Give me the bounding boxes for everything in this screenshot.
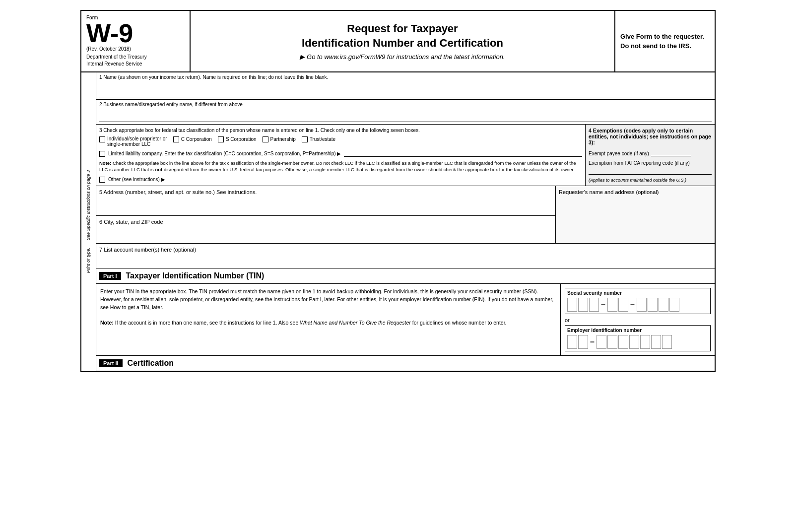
row6: 6 City, state, and ZIP code	[96, 216, 555, 243]
checkboxes-row: Individual/sole proprietor orsingle-memb…	[99, 136, 582, 147]
row1-input[interactable]	[99, 85, 712, 97]
part1-header: Part I Taxpayer Identification Number (T…	[96, 268, 715, 284]
ssn-digit-2[interactable]	[578, 298, 588, 312]
side-instructions: Print or type. See Specific Instructions…	[86, 170, 91, 273]
llc-input[interactable]	[344, 150, 582, 157]
row3-title: 3 Check appropriate box for federal tax …	[99, 128, 582, 133]
or-text: or	[565, 317, 711, 323]
ein-fields: –	[567, 335, 708, 349]
main-title: Request for TaxpayerIdentification Numbe…	[302, 22, 503, 50]
ein-digit-5[interactable]	[618, 335, 628, 349]
checkbox-individual[interactable]: Individual/sole proprietor orsingle-memb…	[99, 136, 167, 147]
part1-content: Enter your TIN in the appropriate box. T…	[96, 284, 715, 356]
row1: 1 Name (as shown on your income tax retu…	[96, 72, 715, 100]
row7-label: 7 List account number(s) here (optional)	[99, 247, 712, 253]
row4-title: 4 Exemptions (codes apply only to certai…	[589, 128, 712, 145]
ssn-seg1	[567, 298, 599, 312]
ssn-digit-6[interactable]	[637, 298, 647, 312]
ein-label: Employer identification number	[567, 328, 708, 333]
row5-label: 5 Address (number, street, and apt. or s…	[99, 189, 552, 195]
ssn-dash-1: –	[601, 300, 605, 309]
ein-box: Employer identification number –	[565, 325, 711, 351]
side-text-container: Print or type. See Specific Instructions…	[81, 72, 96, 371]
ein-seg1	[567, 335, 588, 349]
ein-digit-9[interactable]	[662, 335, 672, 349]
part1-text: Enter your TIN in the appropriate box. T…	[100, 288, 556, 311]
llc-row: Limited liability company. Enter the tax…	[99, 150, 582, 157]
part2-badge: Part II	[99, 359, 123, 367]
note-text: Note: Check the appropriate box in the l…	[99, 160, 582, 173]
form-container: Form W-9 (Rev. October 2018) Department …	[80, 10, 716, 372]
row7: 7 List account number(s) here (optional)	[96, 244, 715, 268]
ssn-digit-5[interactable]	[618, 298, 628, 312]
part1-note: Note: If the account is in more than one…	[100, 319, 556, 327]
checkbox-llc-box[interactable]	[99, 151, 105, 157]
ssn-digit-3[interactable]	[589, 298, 599, 312]
part2-title: Certification	[128, 359, 174, 368]
ein-digit-1[interactable]	[567, 335, 577, 349]
ein-digit-8[interactable]	[651, 335, 661, 349]
part2-header: Part II Certification	[96, 356, 715, 371]
ssn-dash-2: –	[630, 300, 635, 309]
checkbox-s-corp-label: S Corporation	[226, 136, 257, 142]
ein-digit-4[interactable]	[607, 335, 617, 349]
llc-label: Limited liability company. Enter the tax…	[108, 151, 341, 156]
ssn-digit-7[interactable]	[648, 298, 658, 312]
checkbox-trust-label: Trust/estate	[310, 136, 335, 142]
row2: 2 Business name/disregarded entity name,…	[96, 100, 715, 125]
header-center: Request for TaxpayerIdentification Numbe…	[191, 11, 615, 71]
main-content: 1 Name (as shown on your income tax retu…	[96, 72, 715, 371]
checkbox-partnership-label: Partnership	[270, 136, 296, 142]
ein-digit-7[interactable]	[640, 335, 650, 349]
checkbox-c-corp[interactable]: C Corporation	[173, 136, 212, 142]
checkbox-partnership[interactable]: Partnership	[263, 136, 296, 142]
form-number: W-9	[86, 20, 185, 46]
ssn-fields: – –	[567, 298, 708, 312]
fatca-row: Exemption from FATCA reporting code (if …	[589, 160, 712, 175]
exempt-payee-row: Exempt payee code (if any)	[589, 149, 712, 156]
ein-dash: –	[590, 337, 595, 346]
form-header: Form W-9 (Rev. October 2018) Department …	[81, 11, 715, 72]
requester-label: Requester's name and address (optional)	[559, 189, 712, 195]
checkbox-partnership-box[interactable]	[263, 136, 268, 142]
header-left: Form W-9 (Rev. October 2018) Department …	[81, 11, 191, 71]
part1-left: Enter your TIN in the appropriate box. T…	[96, 284, 561, 355]
ssn-digit-1[interactable]	[567, 298, 577, 312]
ssn-digit-8[interactable]	[659, 298, 668, 312]
row1-label: 1 Name (as shown on your income tax retu…	[99, 74, 712, 80]
ein-digit-6[interactable]	[629, 335, 639, 349]
ssn-label: Social security number	[567, 290, 708, 296]
checkbox-trust[interactable]: Trust/estate	[302, 136, 335, 142]
other-label: Other (see instructions) ▶	[108, 177, 165, 182]
subtitle: ▶ Go to www.irs.gov/FormW9 for instructi…	[300, 53, 505, 61]
checkbox-s-corp-box[interactable]	[218, 136, 224, 142]
checkbox-c-corp-label: C Corporation	[181, 136, 212, 142]
part1-right: Social security number –	[561, 284, 715, 355]
applies-text: (Applies to accounts maintained outside …	[589, 178, 712, 183]
ein-digit-2[interactable]	[578, 335, 588, 349]
checkbox-other-box[interactable]	[99, 177, 105, 183]
checkbox-c-corp-box[interactable]	[173, 136, 179, 142]
exempt-payee-label: Exempt payee code (if any)	[589, 151, 649, 156]
other-row: Other (see instructions) ▶	[99, 176, 582, 183]
exempt-payee-input[interactable]	[651, 149, 691, 156]
ein-digit-3[interactable]	[597, 335, 606, 349]
row2-input[interactable]	[99, 111, 712, 122]
row5: 5 Address (number, street, and apt. or s…	[96, 186, 555, 216]
ssn-digit-4[interactable]	[607, 298, 617, 312]
ssn-box: Social security number –	[565, 288, 711, 314]
checkbox-s-corp[interactable]: S Corporation	[218, 136, 257, 142]
row6-label: 6 City, state, and ZIP code	[99, 219, 552, 225]
header-right: Give Form to the requester. Do not send …	[615, 11, 715, 71]
rev-date: (Rev. October 2018)	[86, 46, 185, 52]
ssn-digit-9[interactable]	[669, 298, 679, 312]
fatca-label: Exemption from FATCA reporting code (if …	[589, 160, 712, 166]
part1-title: Taxpayer Identification Number (TIN)	[126, 271, 265, 280]
checkbox-individual-box[interactable]	[99, 136, 105, 142]
ssn-seg2	[607, 298, 628, 312]
checkbox-trust-box[interactable]	[302, 136, 308, 142]
requester-field: Requester's name and address (optional)	[556, 186, 715, 243]
fatca-input[interactable]	[589, 168, 712, 175]
dept-info: Department of the Treasury Internal Reve…	[86, 54, 185, 67]
row56-container: 5 Address (number, street, and apt. or s…	[96, 186, 715, 244]
